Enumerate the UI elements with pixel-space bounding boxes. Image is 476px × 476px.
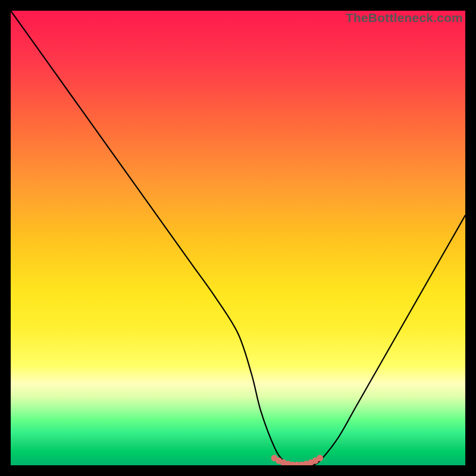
watermark-text: TheBottleneck.com	[346, 11, 463, 25]
marker-dot	[317, 455, 323, 461]
chart-plot-area	[11, 11, 465, 465]
bottleneck-curve-line	[11, 11, 465, 465]
curve-svg	[11, 11, 465, 465]
